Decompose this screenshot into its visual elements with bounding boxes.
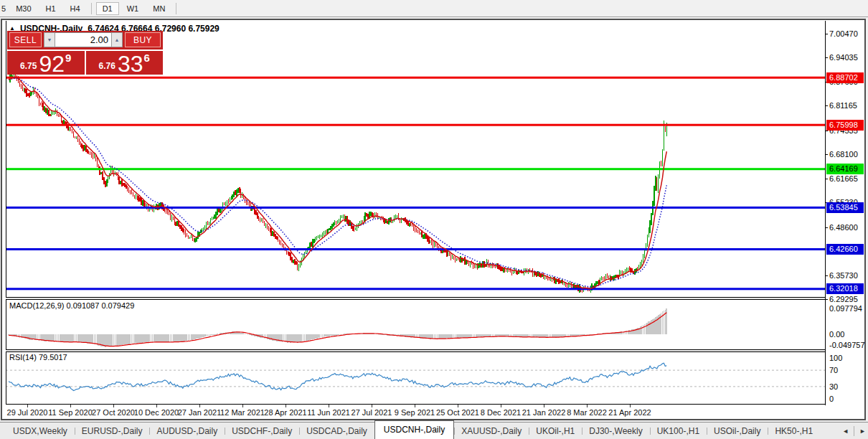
price-axis-tick-label: 7.00470 [829,29,858,39]
tab-usdx-weekly[interactable]: USDX,Weekly [6,424,75,438]
rsi-panel-bottom-line [6,404,825,405]
rsi-axis-70: 70 [829,365,838,375]
chart-tab-bar: USDX,WeeklyEURUSD-,DailyAUDUSD-,DailyUSD… [0,422,868,439]
macd-panel-top-line [6,299,825,300]
toolbar-separator [176,3,176,14]
toolbar-separator [91,3,92,14]
date-axis-tickmark [242,405,243,407]
price-axis-tickmark [825,131,828,131]
date-axis-tickmark [458,405,458,407]
date-axis-tickmark [113,405,114,407]
buy-price-pips: 33 [118,55,143,73]
buy-button[interactable]: BUY [125,32,161,47]
date-axis-tickmark [630,405,631,407]
price-axis-tickmark [825,154,828,155]
date-axis-tickmark [156,405,157,407]
price-axis-tick-label: 6.94035 [829,52,858,62]
rsi-axis-0: 0 [829,394,834,404]
date-axis-tickmark [70,405,71,407]
tab-xauusd-daily[interactable]: XAUUSD-,Daily [454,424,529,438]
rsi-axis-30: 30 [829,382,838,392]
tab-ukoil-h1[interactable]: UKOil-,H1 [529,424,582,438]
buy-price[interactable]: 6.76 33 6 [86,51,164,75]
sell-price-base: 6.75 [20,61,37,71]
price-axis-tickmark [825,179,828,179]
sell-button[interactable]: SELL [9,32,42,47]
tab-hk50-h1[interactable]: HK50-,H1 [768,424,820,438]
price-axis-tickmark [825,105,828,106]
tab-uk100-h1[interactable]: UK100-,H1 [650,424,707,438]
chevron-down-icon: ▼ [47,37,52,42]
price-level-badge: 6.88702 [826,72,864,83]
price-axis-tick-label: 6.48600 [829,222,858,232]
tab-scroll-right-icon[interactable]: ► [859,428,866,435]
tab-dj30-weekly[interactable]: DJ30-,Weekly [582,424,649,438]
price-level-badge: 6.64169 [826,164,864,174]
price-level-badge: 6.32018 [826,283,864,294]
price-axis-tick-label: 6.81165 [829,100,857,110]
tab-usdchf-daily[interactable]: USDCHF-,Daily [225,424,299,438]
tab-usdcad-daily[interactable]: USDCAD-,Daily [299,424,374,438]
macd-axis-zero: 0.00 [829,329,844,339]
volume-decrease-button[interactable]: ▼ [44,32,55,47]
price-axis-tick-label: 6.35730 [829,270,858,280]
price-axis-tickmark [825,299,828,300]
price-axis-tickmark [825,57,828,58]
rsi-label: RSI(14) 79.5017 [9,353,67,362]
toolbar-item-mn[interactable]: MN [146,2,171,15]
date-axis-tickmark [27,405,28,407]
rsi-panel-top-line [6,351,825,352]
price-axis-tickmark [825,227,828,228]
toolbar-item-h4[interactable]: H4 [64,2,87,15]
sell-price[interactable]: 6.75 92 9 [7,51,86,75]
date-axis-tickmark [372,405,372,407]
date-axis-tickmark [544,405,544,407]
price-level-badge: 6.53845 [826,202,864,213]
mt4-app: 5M30H1H4D1W1MN ▲ USDCNH-,Daily 6.74624 6… [0,0,868,439]
sell-price-point: 9 [65,52,71,64]
rsi-axis-100: 100 [829,353,842,363]
tab-usdcnh-daily[interactable]: USDCNH-,Daily [374,420,454,439]
buy-price-point: 6 [144,52,150,64]
one-click-trading-panel: SELL ▼ ▲ BUY 6.75 92 9 6.76 33 6 [7,31,163,75]
tab-scroll-separator [854,426,854,436]
sell-price-pips: 92 [39,55,65,73]
price-axis-tickmark [825,34,828,34]
volume-increase-button[interactable]: ▲ [111,32,123,47]
toolbar-item-m30[interactable]: M30 [9,2,37,15]
price-axis-tickmark [825,275,828,276]
tab-audusd-daily[interactable]: AUDUSD-,Daily [149,424,225,438]
price-axis-tick-label: 6.29295 [829,294,858,304]
price-level-badge: 6.42660 [826,244,864,255]
date-axis-tickmark [415,405,415,407]
macd-label: MACD(12,26,9) 0.091087 0.079429 [9,301,134,310]
macd-axis-min: -0.049757 [829,340,865,350]
date-axis-tickmark [329,405,329,407]
trade-prices-row: 6.75 92 9 6.76 33 6 [7,49,163,75]
trade-controls-row: SELL ▼ ▲ BUY [9,32,161,47]
price-axis-tick-label: 6.61665 [829,174,858,184]
tab-scroll-left-icon[interactable]: ◄ [842,428,849,435]
plot-left-frame [6,21,6,405]
macd-axis-max: 0.097794 [829,303,862,313]
date-axis-tickmark [501,405,501,407]
price-axis-line [825,21,826,405]
toolbar-item-5[interactable]: 5 [1,2,8,15]
price-level-badge: 6.75998 [826,120,864,131]
price-axis-tick-label: 6.68100 [829,149,858,159]
timeframe-toolbar: 5M30H1H4D1W1MN [0,0,868,17]
tab-scroll-controls: ◄► [842,423,866,439]
volume-input[interactable] [55,32,111,47]
date-axis-tickmark [286,405,286,407]
buy-price-base: 6.76 [99,61,115,71]
toolbar-item-d1[interactable]: D1 [96,2,119,15]
tab-usoil-daily[interactable]: USOil-,Daily [707,424,768,438]
date-axis-label: 21 Apr 2022 [600,408,660,417]
chart-canvas[interactable] [6,21,825,405]
toolbar-item-w1[interactable]: W1 [121,2,146,15]
date-axis-tickmark [199,405,200,407]
chevron-up-icon: ▲ [115,37,120,42]
date-axis-tickmark [587,405,588,407]
toolbar-item-h1[interactable]: H1 [39,2,62,15]
tab-eurusd-daily[interactable]: EURUSD-,Daily [75,424,150,438]
